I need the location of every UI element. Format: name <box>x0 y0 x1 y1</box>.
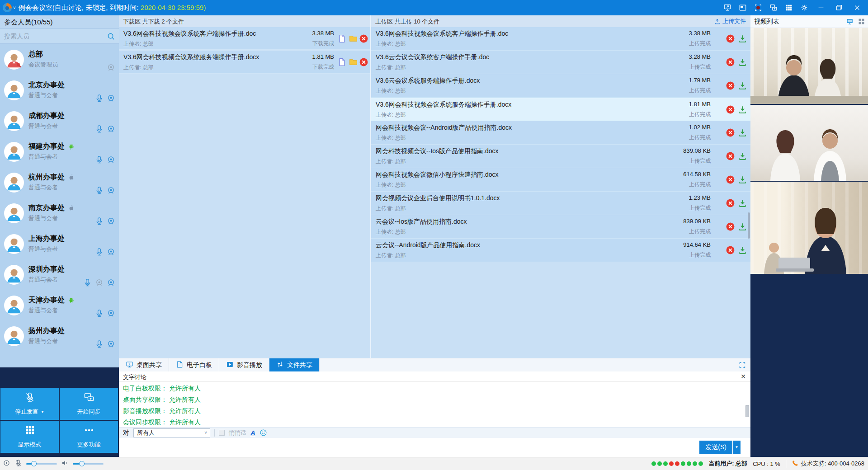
tab-media-play[interactable]: 影音播放 <box>219 358 269 371</box>
cam-icon[interactable] <box>107 248 115 256</box>
delete-icon[interactable] <box>359 34 368 43</box>
video-thumbnail[interactable] <box>750 105 868 181</box>
upload-file-row[interactable]: 网会视频会议企业后台使用说明书1.0.1.docx 上传者: 总部 1.23 M… <box>371 192 750 215</box>
upload-file-row[interactable]: V3.6网会科技视频会议系统客户端操作手册.doc 上传者: 总部 3.38 M… <box>371 27 750 51</box>
delete-icon[interactable] <box>726 245 735 255</box>
participant-row[interactable]: 成都办事处 普通与会者 <box>0 106 119 136</box>
download-icon[interactable] <box>738 128 747 137</box>
presentation-icon[interactable] <box>735 0 750 15</box>
upload-file-row[interactable]: V3.6云会议系统服务端操作手册.docx 上传者: 总部 1.79 MB 上传… <box>371 74 750 98</box>
message-input[interactable] <box>119 438 707 457</box>
upload-file-row[interactable]: 网会科技视频会议--Android版产品使用指南.docx 上传者: 总部 1.… <box>371 121 750 145</box>
recipient-select[interactable]: 所有人 ˅ <box>133 428 210 437</box>
video-monitor-icon[interactable] <box>846 18 854 27</box>
participant-row[interactable]: 杭州办事处 普通与会者 <box>0 167 119 198</box>
delete-icon[interactable] <box>726 105 735 114</box>
delete-icon[interactable] <box>726 57 735 67</box>
participant-row[interactable]: 深圳办事处 普通与会者 <box>0 259 119 290</box>
download-icon[interactable] <box>738 175 747 184</box>
close-icon[interactable] <box>848 0 866 15</box>
chat-scrollbar-thumb[interactable] <box>745 405 749 417</box>
search-icon[interactable] <box>107 32 115 41</box>
close-icon[interactable]: ✕ <box>741 373 746 380</box>
delete-icon[interactable] <box>726 151 735 161</box>
send-button[interactable]: 发送(S) ▼ <box>699 441 741 454</box>
sync-screens-button[interactable]: 开始同步 <box>60 388 118 420</box>
open-file-icon[interactable] <box>337 57 347 67</box>
send-options-chevron-icon[interactable]: ▼ <box>733 441 741 454</box>
app-menu-chevron-icon[interactable]: ˅ <box>13 5 16 10</box>
cam-icon[interactable] <box>107 217 115 226</box>
download-icon[interactable] <box>738 34 747 43</box>
more-dots-button[interactable]: 更多功能 <box>60 421 118 453</box>
tab-file-share[interactable]: 文件共享 <box>269 358 320 371</box>
app-grid-icon[interactable] <box>781 0 797 15</box>
download-icon[interactable] <box>738 81 747 90</box>
speaker-volume-slider[interactable] <box>73 463 104 465</box>
display-grid-button[interactable]: 显示模式 <box>0 421 59 453</box>
mic-volume-slider[interactable] <box>26 463 57 465</box>
cam-icon[interactable] <box>107 278 115 287</box>
delete-icon[interactable] <box>726 128 735 137</box>
upload-scrollbar-thumb[interactable] <box>748 212 750 239</box>
video-thumbnail[interactable] <box>750 28 868 104</box>
minimize-icon[interactable] <box>812 0 830 15</box>
mic-icon[interactable] <box>95 155 104 164</box>
screen-share-icon[interactable] <box>720 0 735 15</box>
mic-off-button[interactable]: 停止发言 ▼ <box>0 388 59 420</box>
mic-icon[interactable] <box>95 340 104 348</box>
open-folder-icon[interactable] <box>349 34 358 43</box>
cam-icon[interactable] <box>107 94 115 103</box>
restore-icon[interactable] <box>830 0 848 15</box>
download-icon[interactable] <box>738 222 747 231</box>
speaker-icon[interactable] <box>61 459 69 468</box>
download-file-row[interactable]: V3.6网会科技视频会议系统客户端操作手册.doc 上传者: 总部 3.38 M… <box>119 27 370 51</box>
participant-row[interactable]: 福建办事处 普通与会者 <box>0 136 119 167</box>
video-thumbnail[interactable] <box>750 182 868 274</box>
video-grid-icon[interactable] <box>858 18 865 27</box>
cam-icon[interactable] <box>107 340 115 348</box>
cam-icon[interactable] <box>107 125 115 133</box>
mic-icon[interactable] <box>95 94 104 103</box>
delete-icon[interactable] <box>359 57 368 67</box>
mic-icon[interactable] <box>83 278 92 287</box>
participant-row[interactable]: 北京办事处 普通与会者 <box>0 75 119 106</box>
mic-icon[interactable] <box>95 217 104 226</box>
cam-icon[interactable] <box>107 63 115 72</box>
tab-desktop-share[interactable]: 桌面共享 <box>119 358 169 371</box>
delete-icon[interactable] <box>726 34 735 43</box>
cam-icon[interactable] <box>95 278 104 287</box>
upload-file-row[interactable]: V3.6网会科技视频会议系统服务端操作手册.docx 上传者: 总部 1.81 … <box>371 98 750 121</box>
participant-row[interactable]: 南京办事处 普通与会者 <box>0 198 119 229</box>
upload-file-row[interactable]: 云会议--Ios版产品使用指南.docx 上传者: 总部 839.09 KB 上… <box>371 215 750 239</box>
target-icon[interactable] <box>3 459 10 468</box>
download-icon[interactable] <box>738 245 747 255</box>
search-input[interactable] <box>0 29 119 43</box>
open-file-icon[interactable] <box>337 34 347 43</box>
participant-row[interactable]: 总部 会议管理员 <box>0 44 119 75</box>
chevron-down-icon[interactable]: ▼ <box>41 410 44 414</box>
tab-whiteboard[interactable]: 电子白板 <box>169 358 219 371</box>
upload-file-row[interactable]: 云会议--Android版产品使用指南.docx 上传者: 总部 914.64 … <box>371 239 750 262</box>
expand-icon[interactable] <box>739 362 746 369</box>
delete-icon[interactable] <box>726 175 735 184</box>
upload-file-row[interactable]: 网会科技视频会议--Ios版产品使用指南.docx 上传者: 总部 839.08… <box>371 145 750 168</box>
participant-row[interactable]: 上海办事处 普通与会者 <box>0 229 119 259</box>
download-icon[interactable] <box>738 151 747 161</box>
upload-file-row[interactable]: V3.6云会议会议系统客户端操作手册.doc 上传者: 总部 3.28 MB 上… <box>371 51 750 74</box>
delete-icon[interactable] <box>726 198 735 208</box>
download-icon[interactable] <box>738 57 747 67</box>
mic-icon[interactable] <box>95 125 104 133</box>
font-style-icon[interactable]: A <box>250 429 255 437</box>
emoji-icon[interactable] <box>259 429 267 437</box>
delete-icon[interactable] <box>726 222 735 231</box>
participant-row[interactable]: 扬州办事处 普通与会者 <box>0 321 119 352</box>
cam-icon[interactable] <box>107 309 115 318</box>
screen-sync-icon[interactable] <box>766 0 781 15</box>
cam-icon[interactable] <box>107 186 115 195</box>
mic-icon[interactable] <box>95 309 104 318</box>
open-folder-icon[interactable] <box>349 57 358 67</box>
delete-icon[interactable] <box>726 81 735 90</box>
cam-icon[interactable] <box>107 155 115 164</box>
mic-icon[interactable] <box>95 186 104 195</box>
